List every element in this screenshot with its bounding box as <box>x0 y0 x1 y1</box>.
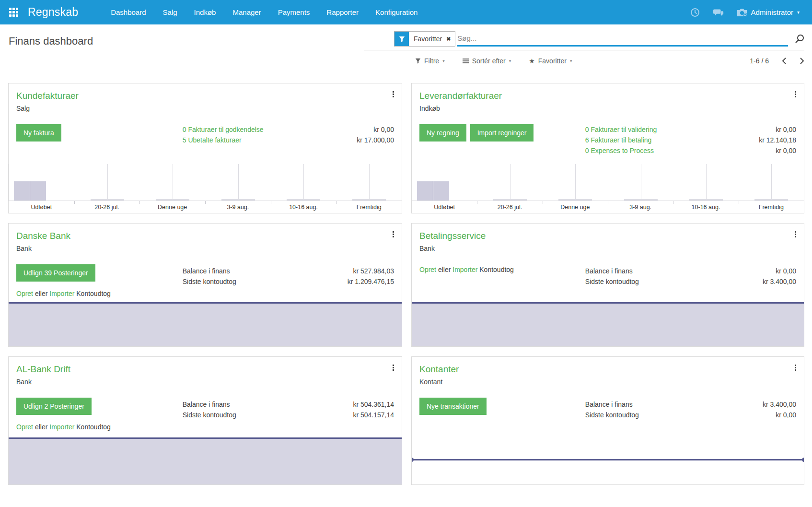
x-label: Denne uge <box>139 204 205 211</box>
groupby-button[interactable]: Sortér efter ▾ <box>463 57 511 65</box>
card-title[interactable]: Leverandørfakturaer <box>419 91 796 101</box>
app-brand[interactable]: Regnskab <box>28 6 78 19</box>
chevron-down-icon: ▾ <box>509 59 511 63</box>
chart-bar[interactable] <box>30 181 46 200</box>
menu-dashboard[interactable]: Dashboard <box>110 5 147 19</box>
last-statement-amount[interactable]: kr 1.209.476,15 <box>348 276 394 287</box>
import-statement-link[interactable]: Importer <box>49 423 74 431</box>
card-title[interactable]: Danske Bank <box>16 231 394 241</box>
balance-line-chart[interactable] <box>412 437 804 484</box>
pager-next-icon[interactable] <box>800 57 804 65</box>
last-statement-amount[interactable]: kr 3.400,00 <box>763 276 796 287</box>
reconcile-items-button[interactable]: Udlign 2 Posteringer <box>16 398 92 415</box>
amount-value[interactable]: kr 12.140,18 <box>715 135 796 145</box>
amount-value[interactable]: kr 0,00 <box>715 124 796 135</box>
balance-amount[interactable]: kr 3.400,00 <box>763 399 796 410</box>
card-subtitle: Indkøb <box>419 105 796 112</box>
funnel-filter-icon <box>394 32 409 46</box>
new-transactions-button[interactable]: Nye transaktioner <box>419 398 487 415</box>
page-title: Finans dashboard <box>9 35 93 47</box>
create-statement-link[interactable]: Opret <box>16 290 33 297</box>
facet-label: Favoritter <box>409 35 446 43</box>
invoices-to-validate-link[interactable]: 0 Fakturaer til godkendelse <box>183 124 313 135</box>
search-magnifier-icon[interactable] <box>795 31 804 47</box>
kebab-menu-icon[interactable] <box>793 89 798 100</box>
invoice-bar-chart[interactable]: Udløbet 20-26 jul. Denne uge 3-9 aug. 10… <box>9 164 402 213</box>
chart-line <box>412 459 804 460</box>
apps-grid-icon[interactable] <box>9 8 18 17</box>
card-title[interactable]: Betalingsservice <box>419 231 796 241</box>
invoice-bar-chart[interactable]: Udløbet 20-26 jul. Denne uge 3-9 aug. 10… <box>412 164 804 213</box>
kebab-menu-icon[interactable] <box>391 89 395 100</box>
kebab-menu-icon[interactable] <box>391 362 395 373</box>
kebab-menu-icon[interactable] <box>391 229 395 240</box>
favorites-button[interactable]: ★ Favoritter ▾ <box>529 57 572 65</box>
import-bills-button[interactable]: Import regninger <box>470 124 534 141</box>
menu-payments[interactable]: Payments <box>277 5 311 19</box>
reconcile-items-button[interactable]: Udlign 39 Posteringer <box>16 264 95 282</box>
navbar-right: Administrator ▾ <box>690 7 812 18</box>
bills-to-validate-link[interactable]: 0 Fakturaer til validering <box>585 124 715 135</box>
balance-amount[interactable]: kr 0,00 <box>776 266 796 276</box>
user-menu[interactable]: Administrator ▾ <box>737 7 800 18</box>
chart-area-fill <box>9 304 402 346</box>
filters-button[interactable]: Filtre ▾ <box>415 57 445 65</box>
card-leverandorfakturaer: Leverandørfakturaer Indkøb Ny regning Im… <box>411 83 804 213</box>
last-statement-amount[interactable]: kr 0,00 <box>776 410 796 420</box>
balance-label: Balance i finans <box>183 399 353 410</box>
new-bill-button[interactable]: Ny regning <box>419 124 466 141</box>
top-navbar: Regnskab Dashboard Salg Indkøb Manager P… <box>0 0 812 24</box>
statement-line: Opret eller Importer Kontoudtog <box>16 423 183 431</box>
chart-bar[interactable] <box>417 181 433 200</box>
menu-indkob[interactable]: Indkøb <box>193 5 217 19</box>
chart-bar[interactable] <box>14 181 30 200</box>
user-name: Administrator <box>751 8 793 16</box>
dashboard-grid: Kundefakturaer Salg Ny faktura 0 Faktura… <box>0 75 812 485</box>
facet-remove-icon[interactable]: ✖ <box>446 36 455 42</box>
pager-previous-icon[interactable] <box>782 57 787 65</box>
search-facet-favoritter[interactable]: Favoritter ✖ <box>394 31 455 47</box>
balance-line-chart[interactable] <box>9 437 402 484</box>
balance-amount[interactable]: kr 527.984,03 <box>353 266 394 276</box>
amount-value[interactable]: kr 0,00 <box>715 145 796 156</box>
x-label: Fremtidig <box>739 204 804 211</box>
x-label: 20-26 jul. <box>74 204 140 211</box>
import-statement-link[interactable]: Importer <box>452 266 477 273</box>
create-statement-link[interactable]: Opret <box>419 266 436 273</box>
card-title[interactable]: AL-Bank Drift <box>16 364 394 375</box>
activities-clock-icon[interactable] <box>690 7 700 18</box>
star-icon: ★ <box>529 57 535 65</box>
new-invoice-button[interactable]: Ny faktura <box>16 124 61 141</box>
statement-or-text: eller <box>35 423 47 431</box>
last-statement-label: Sidste kontoudtog <box>183 276 348 287</box>
kebab-menu-icon[interactable] <box>793 362 798 373</box>
card-betalingsservice: Betalingsservice Bank Opret eller Import… <box>411 223 804 347</box>
amount-value[interactable]: kr 0,00 <box>313 124 394 135</box>
card-subtitle: Bank <box>16 245 394 252</box>
kebab-menu-icon[interactable] <box>793 229 798 240</box>
balance-amount[interactable]: kr 504.361,14 <box>353 399 394 410</box>
create-statement-link[interactable]: Opret <box>16 423 33 431</box>
last-statement-label: Sidste kontoudtog <box>585 410 776 420</box>
bills-to-pay-link[interactable]: 6 Fakturaer til betaling <box>585 135 715 145</box>
menu-salg[interactable]: Salg <box>162 5 178 19</box>
import-statement-link[interactable]: Importer <box>49 290 74 297</box>
last-statement-amount[interactable]: kr 504.157,14 <box>353 410 394 420</box>
card-title[interactable]: Kontanter <box>419 364 796 375</box>
menu-manager[interactable]: Manager <box>232 5 262 19</box>
chart-bar[interactable] <box>433 181 449 200</box>
pager-range: 1-6 / 6 <box>750 57 769 65</box>
balance-line-chart[interactable] <box>412 302 804 346</box>
amount-value[interactable]: kr 17.000,00 <box>313 135 394 145</box>
messages-chat-icon[interactable] <box>713 7 724 18</box>
menu-konfiguration[interactable]: Konfiguration <box>374 5 418 19</box>
unpaid-invoices-link[interactable]: 5 Ubetalte fakturaer <box>183 135 313 145</box>
search-input[interactable] <box>457 34 788 42</box>
favorites-label: Favoritter <box>538 57 567 65</box>
menu-rapporter[interactable]: Rapporter <box>325 5 360 19</box>
expenses-to-process-link[interactable]: 0 Expenses to Process <box>585 145 715 156</box>
chart-x-labels: Udløbet 20-26 jul. Denne uge 3-9 aug. 10… <box>412 200 804 213</box>
last-statement-label: Sidste kontoudtog <box>585 276 763 287</box>
card-title[interactable]: Kundefakturaer <box>16 91 394 101</box>
balance-line-chart[interactable] <box>9 302 402 346</box>
